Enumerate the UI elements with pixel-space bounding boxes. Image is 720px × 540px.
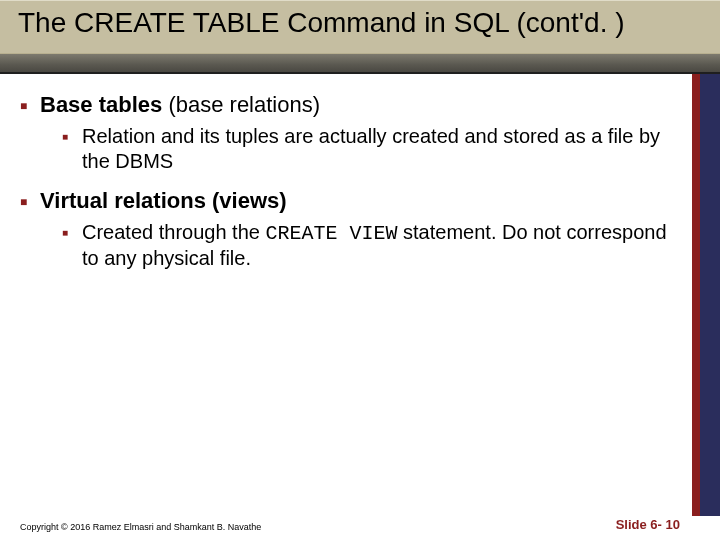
list-item: ■ Virtual relations (views): [20, 188, 680, 214]
sub-list-item: ■ Relation and its tuples are actually c…: [62, 124, 680, 174]
heading-text: Virtual relations (views): [40, 188, 287, 213]
list-item: ■ Base tables (base relations): [20, 92, 680, 118]
bullet-icon: ■: [20, 92, 40, 118]
sub-item-text: Relation and its tuples are actually cre…: [82, 124, 680, 174]
sub-text-code: CREATE VIEW: [265, 222, 397, 245]
slide-number: Slide 6- 10: [616, 517, 680, 532]
bullet-icon: ■: [20, 188, 40, 214]
item-heading: Virtual relations (views): [40, 188, 680, 214]
copyright-text: Copyright © 2016 Ramez Elmasri and Shamk…: [20, 522, 261, 532]
heading-paren: (base relations): [168, 92, 320, 117]
slide-title: The CREATE TABLE Command in SQL (cont'd.…: [18, 7, 702, 39]
divider-bar: [0, 54, 720, 74]
item-heading: Base tables (base relations): [40, 92, 680, 118]
slide: The CREATE TABLE Command in SQL (cont'd.…: [0, 0, 720, 540]
content-wrap: ■ Base tables (base relations) ■ Relatio…: [0, 74, 720, 516]
sub-list-item: ■ Created through the CREATE VIEW statem…: [62, 220, 680, 271]
heading-text: Base tables: [40, 92, 168, 117]
bullet-icon: ■: [62, 220, 82, 271]
bullet-icon: ■: [62, 124, 82, 174]
side-stripe: [690, 74, 720, 516]
content-area: ■ Base tables (base relations) ■ Relatio…: [0, 74, 690, 516]
sub-item-text: Created through the CREATE VIEW statemen…: [82, 220, 680, 271]
sub-text-pre: Created through the: [82, 221, 265, 243]
footer: Copyright © 2016 Ramez Elmasri and Shamk…: [20, 517, 680, 532]
title-region: The CREATE TABLE Command in SQL (cont'd.…: [0, 0, 720, 54]
